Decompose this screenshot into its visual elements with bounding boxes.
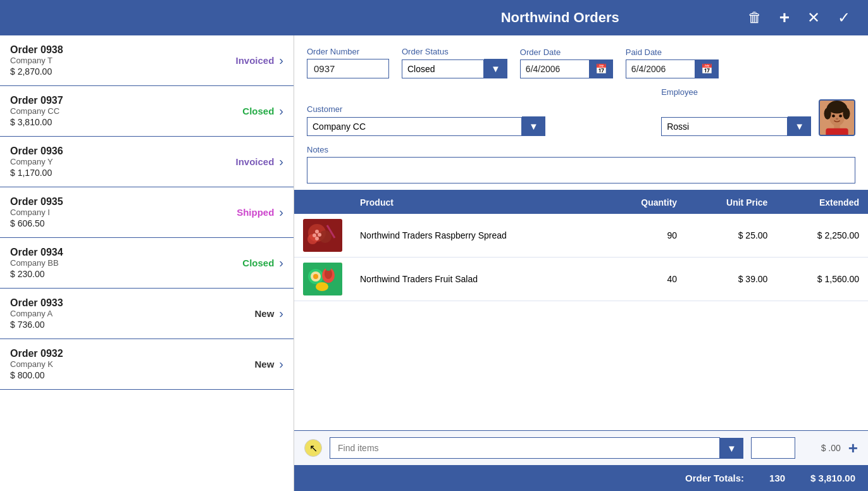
order-date-input[interactable] xyxy=(520,59,590,78)
quantity-cell: 40 xyxy=(604,258,686,301)
totals-bar: Order Totals: 130 $ 3,810.00 xyxy=(294,465,868,491)
unit-price-cell: $ 25.00 xyxy=(686,214,776,258)
order-number: Order 0935 xyxy=(10,196,217,208)
add-order-button[interactable]: + xyxy=(774,5,795,30)
order-status-label: Order Status xyxy=(402,47,507,56)
order-info: Order 0935 Company I $ 606.50 xyxy=(10,196,217,228)
order-status: Invoiced xyxy=(217,156,274,167)
order-info: Order 0938 Company T $ 2,870.00 xyxy=(10,44,217,77)
employee-section: Rossi ▼ xyxy=(661,99,855,136)
product-name-cell: Northwind Traders Raspberry Spread xyxy=(351,214,604,258)
chevron-right-icon: › xyxy=(279,205,283,220)
customer-select[interactable]: Company CC Company T Company Y Company I… xyxy=(307,117,522,136)
list-item[interactable]: Order 0938 Company T $ 2,870.00 Invoiced… xyxy=(0,35,294,86)
list-item[interactable]: Order 0932 Company K $ 800.00 New › xyxy=(0,339,294,390)
cursor-indicator: ↖ xyxy=(304,439,322,457)
chevron-right-icon: › xyxy=(279,256,283,270)
svg-point-10 xyxy=(836,118,838,120)
find-items-dropdown-btn[interactable]: ▼ xyxy=(720,438,743,459)
order-company: Company CC xyxy=(10,106,217,116)
add-item-button[interactable]: + xyxy=(848,438,858,458)
col-product-name: Product xyxy=(351,191,604,214)
chevron-right-icon: › xyxy=(279,154,283,169)
product-img-cell xyxy=(294,214,351,258)
order-amount: $ 230.00 xyxy=(10,269,217,279)
employee-select-wrapper: Rossi ▼ xyxy=(661,116,811,136)
paid-date-calendar-btn[interactable]: 📅 xyxy=(695,59,719,78)
table-header-row: Product Quantity Unit Price Extended xyxy=(294,191,868,214)
order-status: New xyxy=(217,359,274,370)
order-status-dropdown-btn[interactable]: ▼ xyxy=(484,59,507,78)
list-item[interactable]: Order 0937 Company CC $ 3,810.00 Closed … xyxy=(0,86,294,137)
order-info: Order 0936 Company Y $ 1,170.00 xyxy=(10,146,217,178)
find-items-input[interactable] xyxy=(330,437,720,459)
notes-input[interactable] xyxy=(307,157,855,183)
order-list: Order 0938 Company T $ 2,870.00 Invoiced… xyxy=(0,35,294,491)
order-detail: Order Number Order Status Closed Invoice… xyxy=(294,35,868,491)
order-company: Company T xyxy=(10,56,217,65)
chevron-right-icon: › xyxy=(279,53,283,68)
close-button[interactable]: ✕ xyxy=(802,6,825,29)
order-status-select[interactable]: Closed Invoiced Shipped New xyxy=(402,59,484,78)
delete-button[interactable]: 🗑 xyxy=(743,7,767,28)
order-company: Company I xyxy=(10,208,217,217)
svg-point-18 xyxy=(313,233,316,237)
chevron-right-icon: › xyxy=(279,357,283,371)
order-company: Company Y xyxy=(10,157,217,166)
list-item[interactable]: Order 0935 Company I $ 606.50 Shipped › xyxy=(0,187,294,238)
customer-group: Customer Company CC Company T Company Y … xyxy=(307,104,648,136)
quantity-cell: 90 xyxy=(604,214,686,258)
order-number: Order 0933 xyxy=(10,297,217,309)
order-company: Company A xyxy=(10,309,217,318)
order-number-input[interactable] xyxy=(307,59,389,78)
order-date-wrapper: 📅 xyxy=(520,59,613,78)
order-date-calendar-btn[interactable]: 📅 xyxy=(590,59,613,78)
form-row-1: Order Number Order Status Closed Invoice… xyxy=(307,47,855,78)
employee-dropdown-btn[interactable]: ▼ xyxy=(788,116,811,136)
svg-rect-4 xyxy=(826,128,848,136)
employee-group: Employee Rossi ▼ xyxy=(661,87,855,136)
order-amount: $ 3,810.00 xyxy=(10,117,217,127)
list-item[interactable]: Order 0936 Company Y $ 1,170.00 Invoiced… xyxy=(0,137,294,187)
svg-point-13 xyxy=(319,230,332,243)
employee-select[interactable]: Rossi xyxy=(661,117,788,136)
confirm-button[interactable]: ✓ xyxy=(833,6,855,29)
order-status: New xyxy=(217,308,274,319)
product-image xyxy=(303,219,342,252)
order-amount: $ 1,170.00 xyxy=(10,168,217,178)
order-amount: $ 736.00 xyxy=(10,320,217,330)
order-totals-amount: $ 3,810.00 xyxy=(810,473,855,483)
order-form: Order Number Order Status Closed Invoice… xyxy=(294,35,868,191)
list-item[interactable]: Order 0934 Company BB $ 230.00 Closed › xyxy=(0,238,294,289)
chevron-right-icon: › xyxy=(279,104,283,118)
order-date-group: Order Date 📅 xyxy=(520,47,613,78)
paid-date-input[interactable] xyxy=(626,59,695,78)
customer-dropdown-btn[interactable]: ▼ xyxy=(522,116,545,136)
svg-point-27 xyxy=(316,282,328,291)
customer-label: Customer xyxy=(307,104,648,114)
order-date-label: Order Date xyxy=(520,47,613,57)
order-amount: $ 2,870.00 xyxy=(10,66,217,77)
order-totals-quantity: 130 xyxy=(769,473,785,483)
order-status: Invoiced xyxy=(217,55,274,66)
app-header: Northwind Orders 🗑 + ✕ ✓ xyxy=(0,0,868,35)
table-row[interactable]: Northwind Traders Raspberry Spread 90 $ … xyxy=(294,214,868,258)
product-name-cell: Northwind Traders Fruit Salad xyxy=(351,258,604,301)
svg-point-7 xyxy=(828,102,846,114)
notes-group: Notes xyxy=(307,145,855,183)
app-title: Northwind Orders xyxy=(378,9,743,26)
header-icons: 🗑 + ✕ ✓ xyxy=(743,5,855,30)
svg-rect-3 xyxy=(834,124,840,128)
order-number-label: Order Number xyxy=(307,47,389,56)
product-img-cell xyxy=(294,258,351,301)
order-number: Order 0934 xyxy=(10,247,217,258)
paid-date-wrapper: 📅 xyxy=(626,59,719,78)
paid-date-group: Paid Date 📅 xyxy=(626,47,719,78)
list-item[interactable]: Order 0933 Company A $ 736.00 New › xyxy=(0,289,294,339)
svg-point-17 xyxy=(318,233,321,237)
quantity-input[interactable] xyxy=(751,437,795,459)
order-number: Order 0937 xyxy=(10,95,217,106)
table-row[interactable]: Northwind Traders Fruit Salad 40 $ 39.00… xyxy=(294,258,868,301)
product-table-section: Product Quantity Unit Price Extended xyxy=(294,191,868,430)
order-amount: $ 606.50 xyxy=(10,218,217,228)
